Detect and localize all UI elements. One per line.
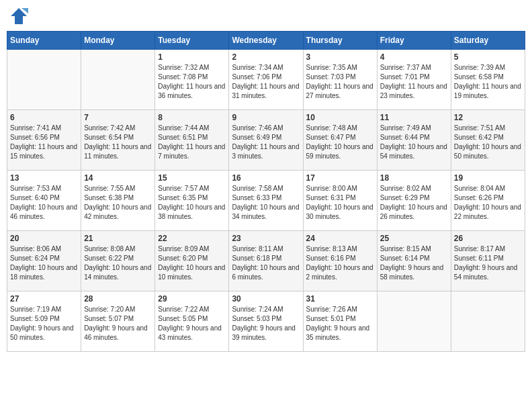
calendar-cell: 23Sunrise: 8:11 AMSunset: 6:18 PMDayligh… [229,231,303,291]
day-number: 12 [454,113,522,122]
day-number: 5 [454,52,522,62]
cell-info: Sunrise: 7:41 AMSunset: 6:56 PMDaylight:… [10,124,78,161]
weekday-header-tuesday: Tuesday [155,32,229,50]
weekday-header-wednesday: Wednesday [229,32,303,50]
day-number: 24 [306,234,374,243]
cell-info: Sunrise: 8:00 AMSunset: 6:31 PMDaylight:… [306,184,374,222]
cell-info: Sunrise: 7:49 AMSunset: 6:44 PMDaylight:… [380,124,448,161]
cell-info: Sunrise: 7:26 AMSunset: 5:01 PMDaylight:… [306,305,374,342]
calendar-cell [7,50,81,110]
day-number: 19 [454,173,522,183]
calendar-cell: 13Sunrise: 7:53 AMSunset: 6:40 PMDayligh… [7,171,81,231]
calendar-cell: 20Sunrise: 8:06 AMSunset: 6:24 PMDayligh… [7,231,81,291]
day-number: 11 [380,113,448,122]
cell-info: Sunrise: 8:04 AMSunset: 6:26 PMDaylight:… [454,184,522,222]
weekday-header-monday: Monday [81,32,155,50]
day-number: 16 [232,173,300,183]
cell-info: Sunrise: 7:34 AMSunset: 7:06 PMDaylight:… [232,63,300,101]
cell-info: Sunrise: 7:53 AMSunset: 6:40 PMDaylight:… [10,184,78,222]
calendar-cell: 21Sunrise: 8:08 AMSunset: 6:22 PMDayligh… [81,231,155,291]
day-number: 9 [232,113,300,122]
page-header [7,7,525,26]
day-number: 25 [380,234,448,243]
cell-info: Sunrise: 7:48 AMSunset: 6:47 PMDaylight:… [306,124,374,161]
week-row-1: 1Sunrise: 7:32 AMSunset: 7:08 PMDaylight… [7,50,525,110]
cell-info: Sunrise: 7:19 AMSunset: 5:09 PMDaylight:… [10,305,78,342]
day-number: 26 [454,234,522,243]
cell-info: Sunrise: 7:20 AMSunset: 5:07 PMDaylight:… [84,305,152,342]
calendar-cell: 12Sunrise: 7:51 AMSunset: 6:42 PMDayligh… [451,110,525,171]
day-number: 2 [232,52,300,62]
calendar-table: SundayMondayTuesdayWednesdayThursdayFrid… [7,31,525,352]
calendar-cell: 8Sunrise: 7:44 AMSunset: 6:51 PMDaylight… [155,110,229,171]
cell-info: Sunrise: 7:39 AMSunset: 6:58 PMDaylight:… [454,63,522,101]
calendar-cell: 19Sunrise: 8:04 AMSunset: 6:26 PMDayligh… [451,171,525,231]
day-number: 14 [84,173,152,183]
calendar-cell [377,291,451,352]
day-number: 21 [84,234,152,243]
day-number: 15 [158,173,226,183]
cell-info: Sunrise: 8:08 AMSunset: 6:22 PMDaylight:… [84,244,152,282]
day-number: 20 [10,234,78,243]
cell-info: Sunrise: 7:58 AMSunset: 6:33 PMDaylight:… [232,184,300,222]
day-number: 22 [158,234,226,243]
calendar-cell: 18Sunrise: 8:02 AMSunset: 6:29 PMDayligh… [377,171,451,231]
calendar-cell: 5Sunrise: 7:39 AMSunset: 6:58 PMDaylight… [451,50,525,110]
cell-info: Sunrise: 8:11 AMSunset: 6:18 PMDaylight:… [232,244,300,282]
logo [9,7,31,26]
calendar-cell: 6Sunrise: 7:41 AMSunset: 6:56 PMDaylight… [7,110,81,171]
weekday-header-thursday: Thursday [303,32,377,50]
calendar-cell: 24Sunrise: 8:13 AMSunset: 6:16 PMDayligh… [303,231,377,291]
calendar-cell [81,50,155,110]
day-number: 3 [306,52,374,62]
calendar-cell: 29Sunrise: 7:22 AMSunset: 5:05 PMDayligh… [155,291,229,352]
calendar-cell: 14Sunrise: 7:55 AMSunset: 6:38 PMDayligh… [81,171,155,231]
calendar-cell: 2Sunrise: 7:34 AMSunset: 7:06 PMDaylight… [229,50,303,110]
calendar-cell: 4Sunrise: 7:37 AMSunset: 7:01 PMDaylight… [377,50,451,110]
calendar-cell: 10Sunrise: 7:48 AMSunset: 6:47 PMDayligh… [303,110,377,171]
day-number: 13 [10,173,78,183]
cell-info: Sunrise: 8:02 AMSunset: 6:29 PMDaylight:… [380,184,448,222]
cell-info: Sunrise: 7:44 AMSunset: 6:51 PMDaylight:… [158,124,226,161]
day-number: 4 [380,52,448,62]
day-number: 1 [158,52,226,62]
day-number: 30 [232,294,300,304]
weekday-header-saturday: Saturday [451,32,525,50]
week-row-2: 6Sunrise: 7:41 AMSunset: 6:56 PMDaylight… [7,110,525,171]
day-number: 6 [10,113,78,122]
cell-info: Sunrise: 8:17 AMSunset: 6:11 PMDaylight:… [454,244,522,282]
calendar-cell: 9Sunrise: 7:46 AMSunset: 6:49 PMDaylight… [229,110,303,171]
day-number: 27 [10,294,78,304]
cell-info: Sunrise: 7:24 AMSunset: 5:03 PMDaylight:… [232,305,300,342]
cell-info: Sunrise: 7:35 AMSunset: 7:03 PMDaylight:… [306,63,374,101]
calendar-cell: 3Sunrise: 7:35 AMSunset: 7:03 PMDaylight… [303,50,377,110]
day-number: 7 [84,113,152,122]
week-row-5: 27Sunrise: 7:19 AMSunset: 5:09 PMDayligh… [7,291,525,352]
calendar-cell: 11Sunrise: 7:49 AMSunset: 6:44 PMDayligh… [377,110,451,171]
calendar-cell [451,291,525,352]
day-number: 29 [158,294,226,304]
cell-info: Sunrise: 8:15 AMSunset: 6:14 PMDaylight:… [380,244,448,282]
calendar-cell: 26Sunrise: 8:17 AMSunset: 6:11 PMDayligh… [451,231,525,291]
cell-info: Sunrise: 7:22 AMSunset: 5:05 PMDaylight:… [158,305,226,342]
cell-info: Sunrise: 7:51 AMSunset: 6:42 PMDaylight:… [454,124,522,161]
cell-info: Sunrise: 7:57 AMSunset: 6:35 PMDaylight:… [158,184,226,222]
calendar-cell: 22Sunrise: 8:09 AMSunset: 6:20 PMDayligh… [155,231,229,291]
cell-info: Sunrise: 7:46 AMSunset: 6:49 PMDaylight:… [232,124,300,161]
day-number: 31 [306,294,374,304]
calendar-cell: 28Sunrise: 7:20 AMSunset: 5:07 PMDayligh… [81,291,155,352]
weekday-header-friday: Friday [377,32,451,50]
week-row-3: 13Sunrise: 7:53 AMSunset: 6:40 PMDayligh… [7,171,525,231]
svg-marker-0 [11,8,27,24]
day-number: 10 [306,113,374,122]
calendar-cell: 7Sunrise: 7:42 AMSunset: 6:54 PMDaylight… [81,110,155,171]
calendar-cell: 31Sunrise: 7:26 AMSunset: 5:01 PMDayligh… [303,291,377,352]
calendar-cell: 1Sunrise: 7:32 AMSunset: 7:08 PMDaylight… [155,50,229,110]
cell-info: Sunrise: 7:42 AMSunset: 6:54 PMDaylight:… [84,124,152,161]
cell-info: Sunrise: 7:55 AMSunset: 6:38 PMDaylight:… [84,184,152,222]
day-number: 18 [380,173,448,183]
week-row-4: 20Sunrise: 8:06 AMSunset: 6:24 PMDayligh… [7,231,525,291]
calendar-cell: 30Sunrise: 7:24 AMSunset: 5:03 PMDayligh… [229,291,303,352]
day-number: 8 [158,113,226,122]
calendar-cell: 25Sunrise: 8:15 AMSunset: 6:14 PMDayligh… [377,231,451,291]
